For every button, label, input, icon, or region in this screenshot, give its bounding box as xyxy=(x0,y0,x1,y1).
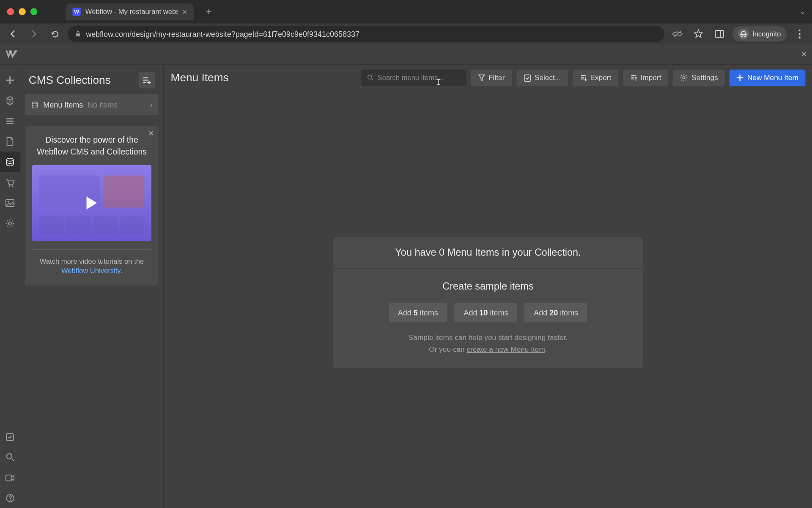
svg-point-14 xyxy=(11,185,13,186)
collection-toolbar: Menu Items I Filter Select... xyxy=(164,65,812,91)
gear-icon xyxy=(680,74,688,82)
svg-point-8 xyxy=(798,36,800,38)
svg-point-6 xyxy=(798,30,800,31)
rail-help-button[interactable] xyxy=(0,488,20,508)
play-icon xyxy=(87,196,97,209)
tab-list-dropdown[interactable]: ⌄ xyxy=(800,8,806,16)
import-icon xyxy=(630,74,637,82)
webflow-designer: × xyxy=(0,44,812,508)
rail-ecommerce-button[interactable] xyxy=(0,172,20,192)
browser-tab[interactable]: W Webflow - My restaurant webs × xyxy=(66,3,194,20)
panel-title: CMS Collections xyxy=(29,74,111,86)
add-10-items-button[interactable]: Add 10 items xyxy=(454,303,517,323)
settings-button[interactable]: Settings xyxy=(673,69,725,86)
plus-icon xyxy=(737,75,744,82)
svg-line-29 xyxy=(371,79,373,80)
side-panel-icon[interactable] xyxy=(711,26,728,42)
forward-button[interactable] xyxy=(26,26,42,42)
webflow-university-link[interactable]: Webflow University xyxy=(61,267,120,275)
url-field[interactable]: webflow.com/design/my-restaurant-website… xyxy=(68,26,664,42)
export-icon xyxy=(580,74,587,82)
chevron-right-icon: › xyxy=(150,100,152,109)
webflow-favicon-icon: W xyxy=(72,8,80,16)
browser-titlebar: W Webflow - My restaurant webs × + ⌄ xyxy=(0,0,812,23)
svg-rect-2 xyxy=(716,30,724,38)
empty-subtitle: Create sample items xyxy=(442,281,533,293)
minimize-window-button[interactable] xyxy=(19,8,26,15)
add-5-items-button[interactable]: Add 5 items xyxy=(389,303,447,323)
create-new-item-link[interactable]: create a new Menu Item xyxy=(467,345,545,353)
close-panel-button[interactable]: × xyxy=(801,49,807,60)
close-tab-button[interactable]: × xyxy=(182,7,187,17)
svg-point-12 xyxy=(6,158,14,161)
select-button[interactable]: Select... xyxy=(516,69,568,86)
collection-main: Menu Items I Filter Select... xyxy=(164,65,812,508)
promo-close-button[interactable]: ✕ xyxy=(148,129,154,137)
rail-settings-button[interactable] xyxy=(0,213,20,233)
tab-title: Webflow - My restaurant webs xyxy=(85,8,178,16)
left-rail xyxy=(0,65,20,508)
search-input[interactable] xyxy=(377,74,460,82)
collection-item-menu-items[interactable]: Menu Items No items › xyxy=(25,94,158,116)
svg-rect-0 xyxy=(76,33,80,36)
reload-button[interactable] xyxy=(47,26,63,42)
incognito-badge[interactable]: Incognito xyxy=(732,26,787,41)
svg-point-5 xyxy=(744,35,746,36)
cms-panel: CMS Collections Menu Items No items › ✕ … xyxy=(20,65,164,508)
new-item-button[interactable]: New Menu Item xyxy=(730,69,805,86)
bookmark-star-icon[interactable] xyxy=(691,26,707,42)
new-tab-button[interactable]: + xyxy=(206,6,212,18)
browser-menu-button[interactable] xyxy=(791,26,808,42)
webflow-logo-icon[interactable] xyxy=(6,49,18,61)
add-20-items-button[interactable]: Add 20 items xyxy=(524,303,587,323)
rail-pages-button[interactable] xyxy=(0,90,20,110)
empty-state-card: You have 0 Menu Items in your Collection… xyxy=(333,237,643,368)
svg-rect-21 xyxy=(6,475,12,480)
select-icon xyxy=(524,74,531,82)
back-button[interactable] xyxy=(5,26,21,42)
promo-subtext: Watch more video tutorials on the Webflo… xyxy=(32,257,151,276)
rail-search-button[interactable] xyxy=(0,447,20,467)
rail-assets-button[interactable] xyxy=(0,193,20,213)
tracking-icon[interactable] xyxy=(669,26,686,42)
rail-add-button[interactable] xyxy=(0,69,20,90)
svg-point-19 xyxy=(6,454,11,459)
designer-topbar: × xyxy=(0,44,812,65)
close-window-button[interactable] xyxy=(7,8,14,15)
promo-card: ✕ Discover the power of the Webflow CMS … xyxy=(25,126,158,286)
promo-title: Discover the power of the Webflow CMS an… xyxy=(32,134,151,157)
empty-hint: Sample items can help you start designin… xyxy=(409,332,568,355)
empty-heading: You have 0 Menu Items in your Collection… xyxy=(333,237,643,269)
svg-rect-30 xyxy=(524,75,530,81)
maximize-window-button[interactable] xyxy=(30,8,38,15)
rail-pages-icon[interactable] xyxy=(0,131,20,152)
new-collection-button[interactable] xyxy=(139,72,155,88)
svg-point-27 xyxy=(32,102,37,103)
rail-video-button[interactable] xyxy=(0,467,20,488)
incognito-label: Incognito xyxy=(752,30,781,38)
svg-point-23 xyxy=(9,500,10,501)
rail-navigator-button[interactable] xyxy=(0,110,20,131)
svg-point-13 xyxy=(8,185,10,186)
promo-video-thumbnail[interactable] xyxy=(32,165,151,241)
import-button[interactable]: Import xyxy=(623,69,668,86)
svg-point-4 xyxy=(741,35,743,36)
svg-point-37 xyxy=(683,77,686,79)
database-icon xyxy=(31,101,38,108)
export-button[interactable]: Export xyxy=(573,69,618,86)
svg-point-17 xyxy=(8,222,11,225)
svg-point-16 xyxy=(8,201,9,202)
window-controls xyxy=(7,8,38,15)
collection-name: Menu Items xyxy=(43,100,83,109)
search-input-wrapper[interactable]: I xyxy=(361,69,466,86)
collection-count: No items xyxy=(88,100,118,109)
search-icon xyxy=(367,75,374,82)
rail-audit-button[interactable] xyxy=(0,426,20,447)
collection-title: Menu Items xyxy=(171,72,236,84)
url-text: webflow.com/design/my-restaurant-website… xyxy=(86,30,359,39)
svg-point-28 xyxy=(368,75,372,79)
incognito-icon xyxy=(738,29,749,39)
filter-button[interactable]: Filter xyxy=(471,69,512,86)
rail-cms-button[interactable] xyxy=(0,152,20,172)
address-bar: webflow.com/design/my-restaurant-website… xyxy=(0,23,812,44)
